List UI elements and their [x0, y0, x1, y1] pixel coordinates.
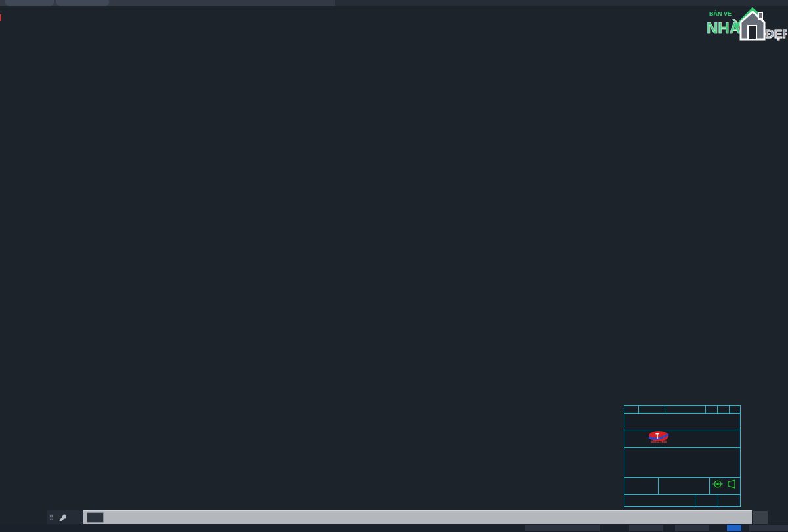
tb-desc-h	[665, 406, 706, 413]
file-tab-2[interactable]	[56, 0, 109, 6]
tb-chk-h	[718, 406, 730, 413]
title-block-title-row	[624, 448, 740, 478]
status-segment[interactable]	[525, 525, 600, 531]
drawing-title-label	[624, 448, 740, 449]
tb-drn-h	[706, 406, 718, 413]
status-segment[interactable]	[675, 525, 709, 531]
title-block-contractor-row: T GOOILTech	[624, 430, 740, 448]
logo-nha-text: NHÀ	[707, 19, 741, 37]
command-toolbar: ⣿	[47, 510, 83, 524]
tb-app-h	[730, 406, 740, 413]
drag-grip-icon[interactable]: ⣿	[49, 514, 52, 520]
window-top-bar	[0, 0, 788, 6]
wrench-icon[interactable]	[57, 513, 66, 522]
status-bar	[0, 524, 788, 532]
dwg-no-cell	[659, 478, 710, 494]
logo-door-icon	[748, 26, 756, 39]
command-input[interactable]	[83, 510, 752, 524]
drawing-no-cell	[624, 495, 695, 508]
command-prompt-icon[interactable]	[87, 512, 104, 523]
file-tab[interactable]	[5, 0, 54, 6]
tb-date-h	[639, 406, 665, 413]
title-block: T GOOILTech	[624, 405, 741, 507]
status-segment[interactable]	[749, 525, 788, 531]
red-edge-mark	[0, 14, 1, 21]
gooiltech-logo: T GOOILTech	[624, 431, 740, 443]
title-block-number-row	[624, 495, 740, 508]
projection-symbol-icon	[710, 479, 740, 489]
sheet-cell	[695, 495, 718, 508]
tb-rev-h	[624, 406, 639, 413]
recent-commands-button[interactable]	[753, 511, 768, 524]
logo-dep-text: ĐẸP	[765, 27, 787, 41]
status-segment-active[interactable]	[727, 525, 741, 531]
scale-cell	[624, 478, 659, 494]
title-block-project-row	[624, 414, 740, 430]
title-block-scale-row	[624, 478, 740, 495]
status-segment[interactable]	[629, 525, 663, 531]
banvenhadep-logo: BẢN VẼ NHÀ ĐẸP	[703, 3, 787, 45]
autocad-window: { "palette":{"g":"#25c928","c":"#1bbfd3"…	[0, 0, 788, 532]
projection-cell	[710, 478, 740, 494]
logo-chimney-icon	[758, 12, 762, 19]
rev-cell	[718, 495, 740, 508]
logo-banve-text: BẢN VẼ	[709, 10, 732, 17]
title-block-header-row	[624, 406, 740, 414]
project-label	[624, 414, 740, 414]
svg-text:T: T	[655, 433, 659, 440]
svg-text:GOOILTech: GOOILTech	[651, 440, 667, 443]
